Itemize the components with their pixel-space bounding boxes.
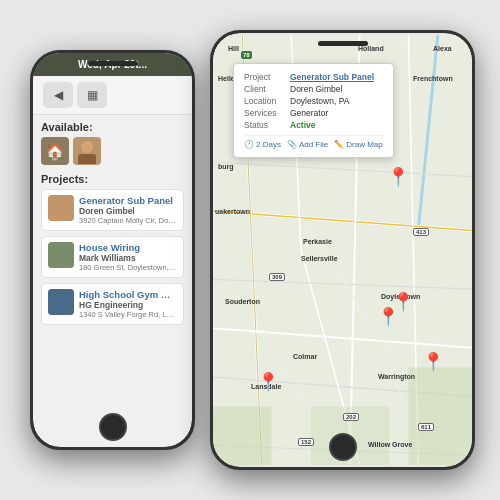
services-label: Services [244,108,286,118]
map-pin-blue-2[interactable]: 📍 [422,351,444,373]
map-container: Hill Holland Alexa Hellertown Frenchtown… [213,33,472,467]
right-phone: Hill Holland Alexa Hellertown Frenchtown… [210,30,475,470]
info-popup: Project Generator Sub Panel Client Doren… [233,63,394,158]
action-add-file[interactable]: 📎 Add File [287,140,328,149]
house-avatar: 🏠 [41,137,69,165]
left-home-button[interactable] [99,413,127,441]
house-icon: 🏠 [45,142,65,161]
project-card-2[interactable]: High School Gym CCTV HG Engineering 1340… [41,283,184,325]
project-avatar-0 [48,195,74,221]
map-pin-green[interactable]: 📍 [257,371,279,393]
action-days[interactable]: 🕐 2 Days [244,140,281,149]
left-phone-content: Available: 🏠 Projects: [33,115,192,336]
info-row-project: Project Generator Sub Panel [244,72,383,82]
services-value: Generator [290,108,328,118]
calendar-button[interactable]: ▦ [77,82,107,108]
toolbar: ◀ ▦ [33,76,192,115]
project-card-1[interactable]: House Wiring Mark Williams 180 Green St,… [41,236,184,278]
project-avatar-2 [48,289,74,315]
person-head [81,141,93,153]
location-value: Doylestown, PA [290,96,349,106]
road-413: 413 [413,228,429,236]
road-202: 202 [343,413,359,421]
road-152: 152 [298,438,314,446]
person-avatar [73,137,101,165]
status-label: Status [244,120,286,130]
road-78: 78 [241,51,252,59]
svg-rect-18 [408,367,472,465]
info-actions: 🕐 2 Days 📎 Add File ✏️ Draw Map [244,135,383,149]
days-text: 2 Days [256,140,281,149]
right-home-button[interactable] [329,433,357,461]
left-phone: Wed, Apr 29t... ◀ ▦ Available: 🏠 [30,50,195,450]
action-draw-map[interactable]: ✏️ Draw Map [334,140,382,149]
project-label: Project [244,72,286,82]
status-value: Active [290,120,316,130]
project-info-0: Generator Sub Panel Doren Gimbel 3920 Ca… [79,195,177,225]
info-row-status: Status Active [244,120,383,130]
scene: Wed, Apr 29t... ◀ ▦ Available: 🏠 [0,0,500,500]
file-icon: 📎 [287,140,297,149]
project-client-2: HG Engineering [79,300,177,310]
project-client-1: Mark Williams [79,253,177,263]
info-row-client: Client Doren Gimbel [244,84,383,94]
project-title-0: Generator Sub Panel [79,195,177,206]
project-card-0[interactable]: Generator Sub Panel Doren Gimbel 3920 Ca… [41,189,184,231]
map-pin-purple[interactable]: 📍 [387,166,409,188]
person-body [78,154,96,164]
map-pin-teal[interactable]: 📍 [377,306,399,328]
back-icon: ◀ [54,88,63,102]
location-label: Location [244,96,286,106]
available-row: 🏠 [41,137,184,165]
project-address-0: 3920 Captain Molly Cir, Doylestown, P... [79,216,177,225]
left-phone-speaker [88,61,138,66]
project-avatar-1 [48,242,74,268]
draw-map-text: Draw Map [346,140,382,149]
client-label: Client [244,84,286,94]
project-title-1: House Wiring [79,242,177,253]
project-value[interactable]: Generator Sub Panel [290,72,374,82]
add-file-text: Add File [299,140,328,149]
project-client-0: Doren Gimbel [79,206,177,216]
calendar-icon: ▦ [87,88,98,102]
info-row-services: Services Generator [244,108,383,118]
svg-rect-17 [213,406,272,465]
draw-icon: ✏️ [334,140,344,149]
right-phone-speaker [318,41,368,46]
projects-section: Projects: Generator Sub Panel Doren Gimb… [41,173,184,325]
clock-icon: 🕐 [244,140,254,149]
available-label: Available: [41,121,184,133]
client-value: Doren Gimbel [290,84,342,94]
road-611-bottom: 611 [418,423,434,431]
left-phone-screen: Wed, Apr 29t... ◀ ▦ Available: 🏠 [33,53,192,447]
project-title-2: High School Gym CCTV [79,289,177,300]
road-309: 309 [269,273,285,281]
project-info-1: House Wiring Mark Williams 180 Green St,… [79,242,177,272]
info-row-location: Location Doylestown, PA [244,96,383,106]
project-info-2: High School Gym CCTV HG Engineering 1340… [79,289,177,319]
project-address-1: 180 Green St, Doylestown, PA [79,263,177,272]
right-phone-screen: Hill Holland Alexa Hellertown Frenchtown… [213,33,472,467]
projects-label: Projects: [41,173,184,185]
project-address-2: 1340 S Valley Forge Rd, Lansdale, PA... [79,310,177,319]
back-button[interactable]: ◀ [43,82,73,108]
